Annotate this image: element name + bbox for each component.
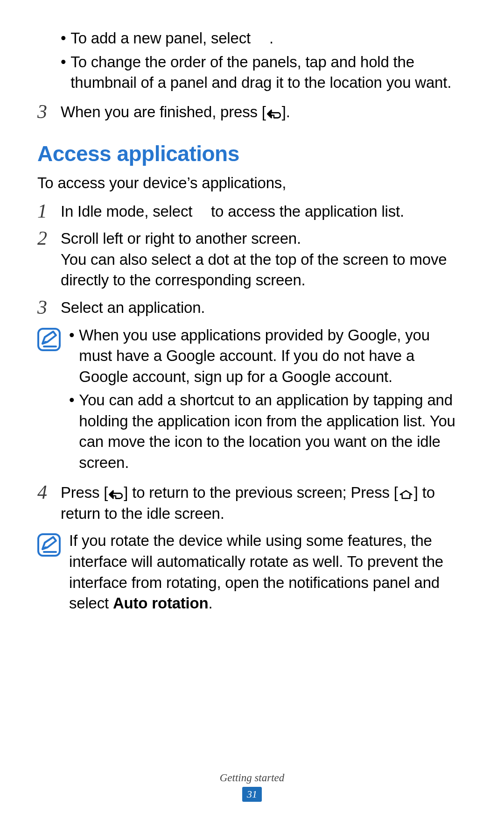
step-row: 3 Select an application. [37,297,467,318]
bullet-text: When you use applications provided by Go… [79,325,467,388]
text: to access the application list. [211,203,404,220]
step-body: Press [] to return to the previous scree… [61,482,467,524]
text: . [209,594,213,612]
section-heading: Access applications [37,139,467,168]
section-intro: To access your device’s applications, [37,173,467,194]
text-bold: Auto rotation [113,594,209,612]
bullet-text: You can add a shortcut to an application… [79,390,467,473]
note-block: If you rotate the device while using som… [37,530,467,614]
text: ] to return to the previous screen; Pres… [124,484,398,501]
list-item: • To add a new panel, select . [61,28,467,49]
home-icon [398,489,414,500]
bullet-dot: • [69,390,74,473]
step-number: 2 [37,228,56,248]
list-item: • When you use applications provided by … [69,325,467,388]
text: To add a new panel, select [70,29,255,47]
step-row: 3 When you are finished, press []. [37,102,467,123]
footer-section-title: Getting started [0,770,504,785]
note-body: • When you use applications provided by … [69,325,467,476]
step-row: 4 Press [] to return to the previous scr… [37,482,467,524]
step-body: When you are finished, press []. [61,102,467,123]
back-icon [108,489,124,500]
step-row: 2 Scroll left or right to another screen… [37,228,467,291]
step-row: 1 In Idle mode, select to access the app… [37,201,467,222]
bullet-dot: • [61,28,66,49]
bullet-text: To change the order of the panels, tap a… [70,52,467,93]
step-body: In Idle mode, select to access the appli… [61,201,467,222]
text: . [269,29,273,47]
note-block: • When you use applications provided by … [37,325,467,476]
text: You can also select a dot at the top of … [61,251,447,289]
note-icon [37,533,61,557]
page-footer: Getting started 31 [0,770,504,802]
step-number: 4 [37,482,56,502]
note-body: If you rotate the device while using som… [69,530,467,614]
step-number: 1 [37,201,56,221]
step-body: Scroll left or right to another screen. … [61,228,467,291]
page-number: 31 [242,787,262,802]
bullet-dot: • [69,325,74,388]
list-item: • You can add a shortcut to an applicati… [69,390,467,473]
step-number: 3 [37,297,56,317]
text: ]. [282,103,290,120]
text: Scroll left or right to another screen. [61,230,301,247]
text: Press [ [61,484,108,501]
page-content: • To add a new panel, select . • To chan… [37,28,467,614]
text: When you are finished, press [ [61,103,266,120]
note-icon [37,328,61,351]
step-number: 3 [37,102,56,121]
bullet-text: To add a new panel, select . [70,28,273,49]
bullet-dot: • [61,52,66,93]
text: In Idle mode, select [61,203,196,220]
top-bullet-list: • To add a new panel, select . • To chan… [37,28,467,93]
list-item: • To change the order of the panels, tap… [61,52,467,93]
step-body: Select an application. [61,297,467,318]
back-icon [266,109,282,119]
